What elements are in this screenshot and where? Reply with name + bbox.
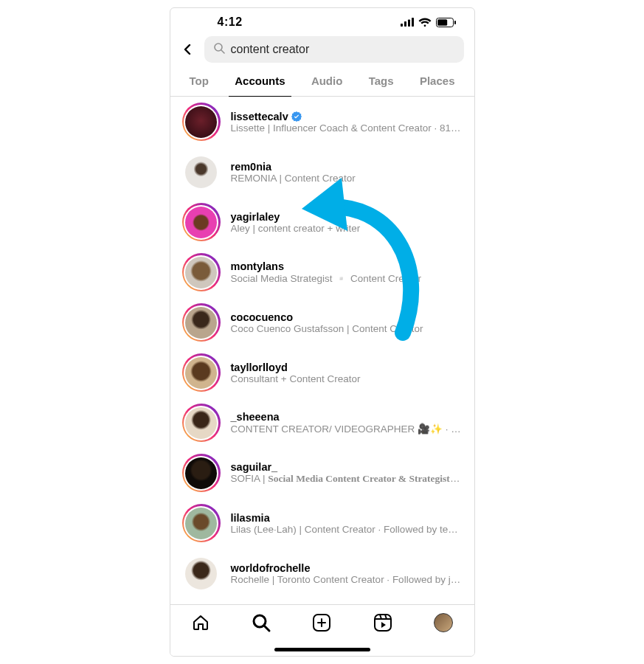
avatar-story-ring[interactable] xyxy=(182,404,221,442)
svg-rect-3 xyxy=(412,18,414,27)
search-icon xyxy=(213,42,225,57)
wifi-icon xyxy=(418,18,432,27)
account-username: lilasmia xyxy=(231,512,270,524)
avatar xyxy=(185,156,217,188)
search-row: content creator xyxy=(170,33,474,67)
status-time: 4:12 xyxy=(218,15,243,29)
nav-search-button[interactable] xyxy=(251,612,271,633)
tab-label: Accounts xyxy=(235,75,285,87)
search-tabs: TopAccountsAudioTagsPlaces xyxy=(170,67,474,97)
account-row[interactable]: yagirlaleyAley | content creator + write… xyxy=(170,197,474,247)
phone-frame: 4:12 content cre xyxy=(170,7,475,657)
account-row[interactable]: rem0niaREMONIA | Content Creator xyxy=(170,147,474,197)
account-username: cococuenco xyxy=(231,311,294,323)
tab-label: Tags xyxy=(369,75,394,87)
account-subtitle: Lissette | Influencer Coach & Content Cr… xyxy=(231,122,463,134)
account-meta: saguilar_SOFIA | Social Media Content Cr… xyxy=(231,461,463,485)
account-username: saguilar_ xyxy=(231,461,278,473)
account-username: tayllorlloyd xyxy=(231,362,288,373)
back-button[interactable] xyxy=(176,38,198,60)
avatar xyxy=(185,407,217,439)
tab-label: Top xyxy=(190,75,209,87)
tab-places[interactable]: Places xyxy=(417,67,458,96)
home-indicator xyxy=(274,648,370,651)
svg-rect-14 xyxy=(375,615,391,631)
account-row[interactable]: lissettecalvLissette | Influencer Coach … xyxy=(170,97,474,147)
svg-rect-5 xyxy=(437,19,447,26)
account-subtitle: Lilas (Lee·Lah) | Content Creator · Foll… xyxy=(231,524,463,535)
svg-rect-0 xyxy=(401,24,403,27)
avatar xyxy=(185,257,217,288)
account-meta: lilasmiaLilas (Lee·Lah) | Content Creato… xyxy=(231,512,463,535)
svg-rect-6 xyxy=(454,21,456,24)
account-subtitle: REMONIA | Content Creator xyxy=(231,173,463,184)
cellular-icon xyxy=(401,18,414,27)
avatar-story-ring[interactable] xyxy=(182,353,221,392)
svg-rect-1 xyxy=(404,21,406,27)
status-bar: 4:12 xyxy=(170,8,474,33)
svg-rect-2 xyxy=(408,20,410,27)
tab-audio[interactable]: Audio xyxy=(308,67,346,96)
avatar-story-ring[interactable] xyxy=(182,504,221,542)
account-subtitle: Coco Cuenco Gustafsson | Content Creator xyxy=(231,323,463,334)
avatar-story-ring[interactable] xyxy=(182,153,221,191)
nav-home-button[interactable] xyxy=(190,612,211,633)
status-indicators xyxy=(401,18,457,27)
avatar-story-ring[interactable] xyxy=(182,103,221,141)
account-username: _sheeena xyxy=(231,411,280,423)
svg-line-10 xyxy=(265,626,270,632)
search-query-text: content creator xyxy=(231,43,310,56)
tab-accounts[interactable]: Accounts xyxy=(232,67,288,96)
search-input[interactable]: content creator xyxy=(204,36,464,63)
account-meta: montylansSocial Media Strategist ▫️ Cont… xyxy=(231,260,463,284)
search-results: lissettecalvLissette | Influencer Coach … xyxy=(170,97,474,657)
account-meta: tayllorlloydConsultant + Content Creator xyxy=(231,362,463,384)
account-meta: cococuencoCoco Cuenco Gustafsson | Conte… xyxy=(231,311,463,334)
account-subtitle: CONTENT CREATOR/ VIDEOGRAPHER 🎥✨ · Follo… xyxy=(231,423,463,435)
account-row[interactable]: tayllorlloydConsultant + Content Creator xyxy=(170,347,474,398)
verified-icon xyxy=(291,111,302,122)
account-username: rem0nia xyxy=(231,161,272,173)
account-row[interactable]: worldofrochelleRochelle | Toronto Conten… xyxy=(170,548,474,598)
avatar-story-ring[interactable] xyxy=(182,203,221,241)
avatar xyxy=(185,508,217,539)
avatar xyxy=(185,106,217,138)
avatar xyxy=(185,558,217,589)
tab-tags[interactable]: Tags xyxy=(366,67,397,96)
avatar xyxy=(185,307,217,339)
avatar-story-ring[interactable] xyxy=(182,303,221,342)
avatar-story-ring[interactable] xyxy=(182,454,221,492)
account-meta: _sheeenaCONTENT CREATOR/ VIDEOGRAPHER 🎥✨… xyxy=(231,411,463,435)
tab-top[interactable]: Top xyxy=(187,67,212,96)
nav-profile-button[interactable] xyxy=(433,612,454,633)
account-meta: yagirlaleyAley | content creator + write… xyxy=(231,211,463,234)
account-row[interactable]: lilasmiaLilas (Lee·Lah) | Content Creato… xyxy=(170,498,474,548)
account-subtitle: SOFIA | Social Media Content Creator & S… xyxy=(231,473,463,485)
avatar xyxy=(434,613,453,632)
avatar xyxy=(185,357,217,389)
avatar xyxy=(185,207,217,238)
account-row[interactable]: saguilar_SOFIA | Social Media Content Cr… xyxy=(170,448,474,498)
account-username: yagirlaley xyxy=(231,211,280,223)
account-meta: worldofrochelleRochelle | Toronto Conten… xyxy=(231,562,463,585)
account-username: worldofrochelle xyxy=(231,562,311,574)
avatar-story-ring[interactable] xyxy=(182,554,221,592)
account-username: montylans xyxy=(231,260,285,272)
tab-label: Audio xyxy=(311,75,343,87)
nav-create-button[interactable] xyxy=(311,612,332,633)
account-meta: rem0niaREMONIA | Content Creator xyxy=(231,161,463,184)
account-subtitle: Consultant + Content Creator xyxy=(231,373,463,384)
avatar xyxy=(185,457,217,489)
bottom-nav xyxy=(170,604,474,656)
account-username: lissettecalv xyxy=(231,111,288,122)
tab-label: Places xyxy=(420,75,455,87)
account-subtitle: Aley | content creator + writer xyxy=(231,223,463,234)
nav-reels-button[interactable] xyxy=(373,612,393,633)
account-row[interactable]: montylansSocial Media Strategist ▫️ Cont… xyxy=(170,247,474,297)
account-row[interactable]: cococuencoCoco Cuenco Gustafsson | Conte… xyxy=(170,297,474,347)
account-meta: lissettecalvLissette | Influencer Coach … xyxy=(231,111,463,134)
battery-icon xyxy=(436,18,457,27)
svg-line-8 xyxy=(221,50,224,53)
account-row[interactable]: _sheeenaCONTENT CREATOR/ VIDEOGRAPHER 🎥✨… xyxy=(170,398,474,448)
avatar-story-ring[interactable] xyxy=(182,253,221,291)
